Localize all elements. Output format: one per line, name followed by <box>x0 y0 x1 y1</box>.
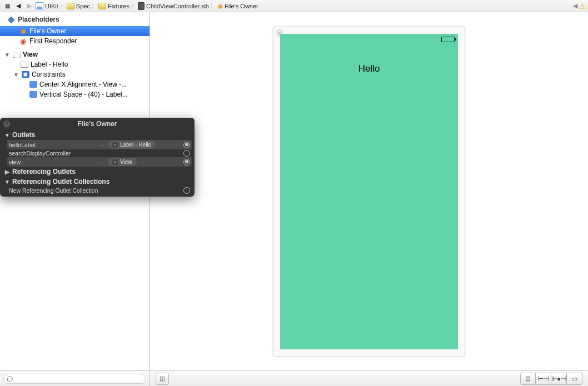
resolve-issues-button[interactable]: ⊩●⊣ <box>551 373 567 385</box>
view-icon <box>13 52 21 58</box>
chevron-right-icon: 〉 <box>210 2 216 10</box>
section-label: Outlets <box>12 131 35 139</box>
scene-frame[interactable]: × Hello <box>273 27 465 357</box>
disclosure-triangle[interactable] <box>13 72 19 78</box>
outlet-row-new-collection[interactable]: New Referencing Outlet Collection <box>0 187 195 194</box>
breadcrumb-label: Fixtures <box>108 3 129 9</box>
referencing-collections-header[interactable]: Referencing Outlet Collections <box>0 177 195 187</box>
align-button[interactable]: ⊟ <box>520 373 536 385</box>
toggle-outline-button[interactable]: ◫ <box>156 373 169 385</box>
connection-target: Label - Hello <box>120 142 151 148</box>
forward-button[interactable]: ▶ <box>24 2 34 10</box>
constraint-icon <box>29 91 37 98</box>
outlet-name: searchDisplayController <box>9 150 95 157</box>
placeholders-title: Placeholders <box>18 16 59 23</box>
first-responder-icon: ◉ <box>19 38 27 45</box>
bottom-toolbar: ◫ ⊟ ⊢⊣ ⊩●⊣ ▭ <box>0 370 588 386</box>
connection-port[interactable] <box>183 159 190 166</box>
breadcrumb-label: UIKit <box>45 3 58 9</box>
warning-icon[interactable]: ⚠ <box>579 2 586 11</box>
placeholders-icon: ◈ <box>8 14 14 24</box>
close-button[interactable]: × <box>3 121 10 127</box>
placeholders-header[interactable]: ◈ Placeholders <box>0 12 150 26</box>
outline-label: Constraints <box>32 71 66 78</box>
related-items-icon[interactable]: ▦ <box>2 2 12 10</box>
breadcrumb-item[interactable]: ChildViewController.xib <box>138 2 209 10</box>
constraint-icon <box>29 81 37 88</box>
cube-icon: ◉ <box>217 2 223 10</box>
chevron-right-icon: 〉 <box>59 2 66 10</box>
outlet-name: view <box>9 159 95 166</box>
disconnect-icon[interactable]: × <box>112 142 118 148</box>
connection-pill[interactable]: × View <box>108 158 137 166</box>
breadcrumb: ▦ ◀ ▶ UIKit 〉 Spec 〉 Fixtures 〉 ChildVie… <box>0 0 588 12</box>
back-button[interactable]: ◀ <box>13 2 23 10</box>
outline-item-view[interactable]: View <box>0 49 150 59</box>
outlet-row-view[interactable]: view — × View <box>7 157 192 167</box>
resize-grip-icon[interactable]: ⋰ <box>187 189 193 196</box>
connection-port[interactable] <box>183 150 190 157</box>
outlet-name: New Referencing Outlet Collection <box>9 187 180 194</box>
breadcrumb-label: File's Owner <box>225 3 258 9</box>
outlet-row-searchdisplaycontroller[interactable]: searchDisplayController <box>0 149 195 157</box>
connection-target: View <box>120 159 132 165</box>
chevron-right-icon: 〉 <box>131 2 137 10</box>
outline-label: Label - Hello <box>31 61 68 68</box>
breadcrumb-item[interactable]: Spec <box>67 3 90 9</box>
outline-item-label[interactable]: Label - Hello <box>0 59 150 69</box>
chevron-right-icon: 〉 <box>91 2 97 10</box>
constraints-icon: ▦ <box>22 71 29 78</box>
referencing-outlets-header[interactable]: Referencing Outlets <box>0 167 195 177</box>
folder-icon <box>67 3 74 9</box>
breadcrumb-item[interactable]: ◉ File's Owner <box>217 2 258 10</box>
connection-port[interactable] <box>183 142 190 148</box>
breadcrumb-item[interactable]: UIKit <box>36 2 58 10</box>
outlet-row-hellolabel[interactable]: helloLabel — × Label - Hello <box>7 140 192 149</box>
root-view[interactable]: Hello <box>280 34 458 349</box>
disclosure-triangle[interactable] <box>4 179 10 185</box>
connection-pill[interactable]: × Label - Hello <box>108 141 156 149</box>
outline-label: First Responder <box>29 37 77 45</box>
disconnect-icon[interactable]: × <box>112 159 118 165</box>
outline-label: File's Owner <box>29 27 66 35</box>
popover-title: File's Owner <box>78 120 117 128</box>
status-bar <box>280 34 458 45</box>
resizing-button[interactable]: ▭ <box>567 373 582 385</box>
disclosure-triangle[interactable] <box>4 132 10 138</box>
outline-label: View <box>23 51 38 58</box>
breadcrumb-label: Spec <box>76 3 90 9</box>
document-outline: ◈ Placeholders ◉ File's Owner ◉ First Re… <box>0 12 150 370</box>
section-label: Referencing Outlets <box>12 168 76 176</box>
cube-icon: ◉ <box>19 28 27 35</box>
outlet-name: helloLabel <box>9 142 95 148</box>
breadcrumb-label: ChildViewController.xib <box>146 3 209 9</box>
outline-item-constraint-vspace[interactable]: Vertical Space - (40) - Label... <box>0 89 150 99</box>
breadcrumb-item[interactable]: Fixtures <box>98 3 129 9</box>
disclosure-triangle[interactable] <box>4 169 10 175</box>
constraint-tools: ⊟ ⊢⊣ ⊩●⊣ ▭ <box>520 373 582 385</box>
interface-builder-canvas[interactable]: × Hello <box>150 12 588 370</box>
project-icon <box>36 2 43 10</box>
prev-issue-button[interactable]: ◀ <box>573 2 577 9</box>
xib-file-icon <box>138 2 144 10</box>
disclosure-triangle[interactable] <box>4 52 10 58</box>
pin-button[interactable]: ⊢⊣ <box>536 373 551 385</box>
outline-label: Center X Alignment - View -... <box>39 81 127 88</box>
outline-item-constraints[interactable]: ▦ Constraints <box>0 69 150 79</box>
label-icon <box>21 62 28 68</box>
outline-item-first-responder[interactable]: ◉ First Responder <box>0 36 150 46</box>
outlets-section-header[interactable]: Outlets <box>0 130 195 140</box>
battery-icon <box>441 37 455 42</box>
connections-popover: × File's Owner Outlets helloLabel — × La… <box>0 118 195 197</box>
section-label: Referencing Outlet Collections <box>12 178 109 186</box>
folder-icon <box>98 3 106 9</box>
outline-filter-field[interactable] <box>3 374 146 384</box>
filter-icon <box>7 376 13 382</box>
outline-item-files-owner[interactable]: ◉ File's Owner <box>0 26 150 36</box>
outline-item-constraint-centerx[interactable]: Center X Alignment - View -... <box>0 79 150 89</box>
hello-label[interactable]: Hello <box>280 63 458 74</box>
outline-label: Vertical Space - (40) - Label... <box>39 91 128 98</box>
